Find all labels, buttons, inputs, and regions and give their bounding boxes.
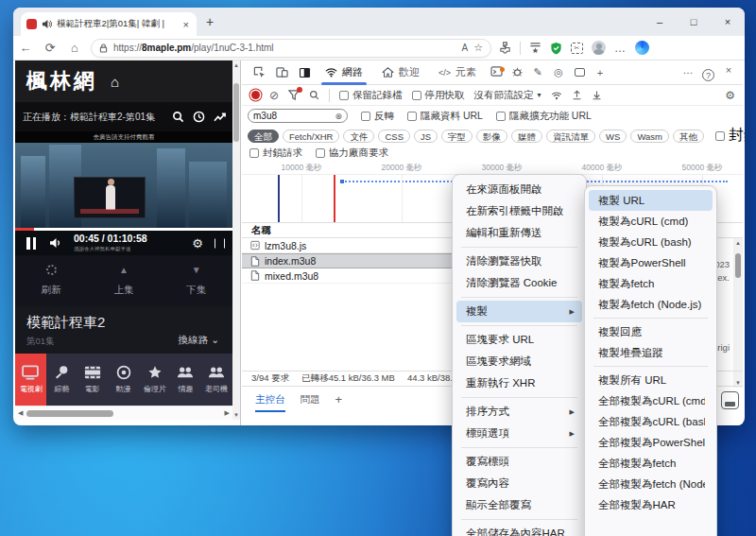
menu-item[interactable]: 複製為cURL (cmd) xyxy=(589,211,713,232)
menu-item[interactable]: 全部複製為fetch xyxy=(589,453,713,474)
window-maximize-button[interactable]: □ xyxy=(677,8,711,36)
hide-extension-urls-checkbox[interactable]: 隱藏擴充功能 URL xyxy=(496,110,592,123)
address-bar[interactable]: https://8maple.pm/play/1nuC-3-1.html A ☆ xyxy=(91,39,491,58)
devtools-more-icon[interactable]: … xyxy=(678,64,698,81)
menu-item[interactable]: 清除瀏覽器 Cookie xyxy=(456,272,582,294)
devtools-help-icon[interactable]: ? xyxy=(702,69,714,81)
hide-data-urls-checkbox[interactable]: 隱藏資料 URL xyxy=(407,110,483,123)
screenshot-icon[interactable]: ✂ xyxy=(571,43,583,54)
menu-item[interactable]: 覆寫標頭 xyxy=(456,451,582,473)
switch-line-button[interactable]: 換線路 ⌄ xyxy=(179,334,219,347)
episode-nav-item[interactable]: ▼下集 xyxy=(186,265,206,297)
menu-item[interactable]: 覆寫內容 xyxy=(456,473,582,494)
favorite-star-icon[interactable]: ☆ xyxy=(473,42,483,54)
debugger-icon[interactable] xyxy=(507,66,527,79)
performance-icon[interactable]: ◎ xyxy=(548,66,569,78)
menu-item[interactable]: 複製為fetch (Node.js) xyxy=(589,294,713,315)
menu-item[interactable]: 複製▶ xyxy=(456,301,582,322)
preserve-log-checkbox[interactable]: 保留記錄檔 xyxy=(339,89,403,102)
add-drawer-tab-icon[interactable]: + xyxy=(335,387,343,413)
category-nav-item[interactable]: 老司機 xyxy=(201,354,232,406)
copilot-icon[interactable] xyxy=(635,41,649,55)
request-row[interactable]: lzm3u8.js xyxy=(242,238,467,253)
home-button[interactable]: ⌂ xyxy=(62,41,87,55)
filter-icon[interactable] xyxy=(288,90,300,100)
network-search-icon[interactable] xyxy=(309,90,319,100)
menu-item[interactable]: 複製 URL xyxy=(589,190,713,211)
refresh-button[interactable]: ⟳ xyxy=(38,41,62,55)
request-type-chip[interactable]: 文件 xyxy=(343,130,374,143)
devtools-tab-elements[interactable]: </>元素 xyxy=(429,61,486,85)
volume-icon[interactable] xyxy=(49,237,62,249)
adblock-shield-icon[interactable] xyxy=(550,42,562,55)
collections-icon[interactable] xyxy=(529,42,541,54)
trending-icon[interactable] xyxy=(214,112,227,123)
disable-cache-checkbox[interactable]: 停用快取 xyxy=(412,89,465,102)
read-aloud-icon[interactable]: A xyxy=(461,43,468,53)
scroll-up-icon[interactable]: ▲ xyxy=(232,62,240,68)
profile-avatar[interactable] xyxy=(592,41,606,55)
devtools-tab-welcome[interactable]: 歡迎 xyxy=(372,61,429,85)
fullscreen-icon[interactable] xyxy=(215,238,225,249)
console-panel-icon[interactable] xyxy=(486,66,507,78)
browser-tab[interactable]: 模範計程車2|第01集| 韓劇 | × xyxy=(21,12,197,36)
category-nav-item[interactable]: 倫理片 xyxy=(139,354,170,406)
menu-item[interactable]: 全部複製為fetch (Node.js) xyxy=(589,474,713,494)
player-settings-icon[interactable]: ⚙ xyxy=(192,236,203,251)
episode-nav-item[interactable]: 刷新 xyxy=(42,265,61,297)
tab-close-icon[interactable]: × xyxy=(181,19,191,30)
window-minimize-button[interactable]: – xyxy=(643,8,677,36)
category-nav-item[interactable]: 動漫 xyxy=(108,354,139,406)
css-overview-icon[interactable]: ✎ xyxy=(527,66,548,78)
request-type-chip[interactable]: 資訊清單 xyxy=(546,130,595,143)
dock-drawer-icon[interactable] xyxy=(721,391,739,409)
device-toolbar-icon[interactable] xyxy=(270,66,293,78)
menu-item[interactable]: 編輯和重新傳送 xyxy=(456,222,582,244)
blocked-requests-checkbox[interactable]: 封鎖請求 xyxy=(249,147,302,160)
request-type-chip[interactable]: 字型 xyxy=(441,130,472,143)
menu-item[interactable]: 區塊要求 URL xyxy=(456,329,582,351)
add-panel-icon[interactable]: + xyxy=(590,67,610,78)
site-title[interactable]: 楓林網 xyxy=(26,67,97,95)
request-type-chip[interactable]: Fetch/XHR xyxy=(283,130,339,143)
scroll-left-icon[interactable]: ◀ xyxy=(18,409,23,417)
request-type-chip[interactable]: WS xyxy=(599,130,627,143)
layout-icon[interactable] xyxy=(569,67,590,78)
menu-item[interactable]: 複製為PowerShell xyxy=(589,252,713,273)
window-close-button[interactable]: × xyxy=(711,8,745,36)
page-scrollbar[interactable]: ▲ ▼ xyxy=(232,61,240,420)
menu-item[interactable]: 排序方式▶ xyxy=(456,401,582,423)
menu-item[interactable]: 在新索引標籤中開啟 xyxy=(456,200,582,222)
menu-item[interactable]: 全部複製為HAR xyxy=(589,494,713,515)
category-nav-item[interactable]: 情趣 xyxy=(170,354,201,406)
blocked-cookies-checkbox[interactable]: 封鎖的回應 Cookie xyxy=(715,126,745,146)
request-type-chip[interactable]: 影像 xyxy=(476,130,507,143)
record-icon[interactable] xyxy=(251,91,260,99)
menu-item[interactable]: 顯示全部覆寫 xyxy=(456,494,582,516)
request-type-chip[interactable]: 其他 xyxy=(673,130,704,143)
scroll-right-icon[interactable]: ▶ xyxy=(225,409,230,417)
throttling-select[interactable]: 沒有節流設定▾ xyxy=(474,89,541,102)
menu-item[interactable]: 全部儲存為內容HAR xyxy=(456,523,582,536)
clear-icon[interactable]: ⊘ xyxy=(269,89,279,102)
menu-item[interactable]: 區塊要求網域 xyxy=(456,351,582,372)
back-button[interactable]: ← xyxy=(13,41,38,55)
menu-item[interactable]: 複製為fetch xyxy=(589,273,713,294)
request-type-chip[interactable]: JS xyxy=(414,130,438,143)
request-type-chip[interactable]: 全部 xyxy=(248,130,279,143)
menu-item[interactable]: 複製為cURL (bash) xyxy=(589,232,713,252)
extensions-icon[interactable] xyxy=(499,42,511,54)
request-row[interactable]: index.m3u8 xyxy=(242,253,467,268)
scroll-up-icon[interactable]: ▲ xyxy=(733,240,743,246)
menu-item[interactable]: 標頭選項▶ xyxy=(456,423,582,444)
filter-text[interactable] xyxy=(253,111,335,121)
menu-item[interactable]: 全部複製為cURL (bash) xyxy=(589,411,713,432)
network-conditions-icon[interactable] xyxy=(551,91,562,100)
request-type-chip[interactable]: CSS xyxy=(378,130,410,143)
request-type-chip[interactable]: Wasm xyxy=(630,130,669,143)
page-scroll-thumb[interactable] xyxy=(233,83,239,142)
search-icon[interactable] xyxy=(172,111,184,123)
devtools-tab-network[interactable]: 網路 xyxy=(316,61,372,85)
network-filter-input[interactable]: ⊗ xyxy=(248,109,348,123)
request-row[interactable]: mixed.m3u8 xyxy=(242,268,467,284)
